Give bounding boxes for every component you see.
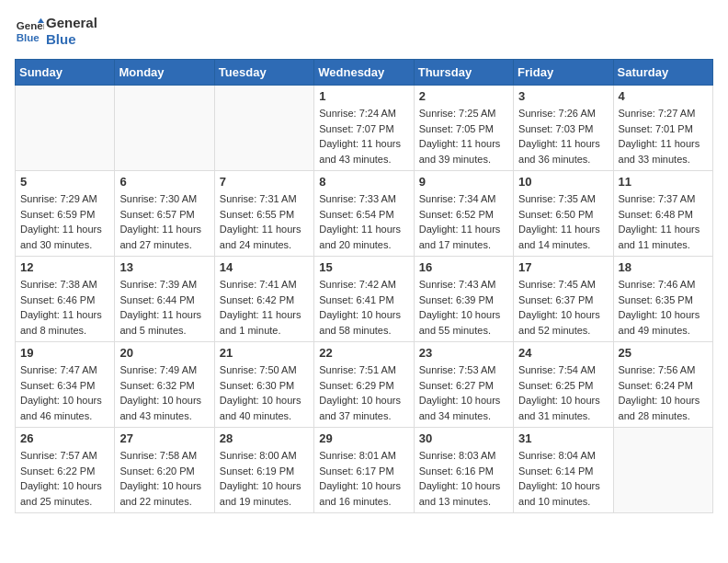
day-info: Sunrise: 7:34 AMSunset: 6:52 PMDaylight:… xyxy=(419,191,508,252)
calendar-cell: 31Sunrise: 8:04 AMSunset: 6:14 PMDayligh… xyxy=(514,428,613,513)
daylight-hours-label: Daylight: 10 hours xyxy=(319,309,401,320)
daylight-minutes-text: and 27 minutes. xyxy=(119,239,191,250)
day-number: 24 xyxy=(518,346,608,360)
day-info: Sunrise: 7:37 AMSunset: 6:48 PMDaylight:… xyxy=(619,191,708,252)
day-number: 20 xyxy=(119,346,209,360)
sunrise-text: Sunrise: 7:58 AM xyxy=(119,450,197,461)
day-number: 25 xyxy=(619,346,708,360)
day-info: Sunrise: 7:50 AMSunset: 6:30 PMDaylight:… xyxy=(220,362,309,423)
daylight-minutes-text: and 25 minutes. xyxy=(20,496,92,507)
sunset-text: Sunset: 6:20 PM xyxy=(119,465,194,477)
daylight-hours-label: Daylight: 11 hours xyxy=(419,138,501,149)
weekday-header-wednesday: Wednesday xyxy=(314,60,414,86)
sunrise-text: Sunrise: 8:00 AM xyxy=(220,450,297,461)
sunrise-text: Sunrise: 7:24 AM xyxy=(319,108,396,119)
day-number: 29 xyxy=(319,431,408,445)
day-info: Sunrise: 8:04 AMSunset: 6:14 PMDaylight:… xyxy=(518,448,608,509)
day-info: Sunrise: 7:35 AMSunset: 6:50 PMDaylight:… xyxy=(518,191,608,252)
weekday-header-monday: Monday xyxy=(115,60,214,86)
sunrise-text: Sunrise: 7:42 AM xyxy=(319,279,396,290)
calendar-cell: 26Sunrise: 7:57 AMSunset: 6:22 PMDayligh… xyxy=(16,428,115,513)
calendar-cell: 20Sunrise: 7:49 AMSunset: 6:32 PMDayligh… xyxy=(115,342,214,428)
svg-text:Blue: Blue xyxy=(17,32,40,43)
sunset-text: Sunset: 6:44 PM xyxy=(119,294,194,305)
day-info: Sunrise: 8:03 AMSunset: 6:16 PMDaylight:… xyxy=(419,448,508,509)
daylight-minutes-text: and 1 minute. xyxy=(220,325,281,336)
calendar-cell: 16Sunrise: 7:43 AMSunset: 6:39 PMDayligh… xyxy=(414,257,513,342)
calendar-cell: 22Sunrise: 7:51 AMSunset: 6:29 PMDayligh… xyxy=(314,342,414,428)
calendar-cell xyxy=(16,86,115,171)
day-number: 31 xyxy=(518,431,608,445)
daylight-minutes-text: and 17 minutes. xyxy=(419,239,491,250)
day-info: Sunrise: 7:26 AMSunset: 7:03 PMDaylight:… xyxy=(518,106,608,167)
day-info: Sunrise: 7:31 AMSunset: 6:55 PMDaylight:… xyxy=(220,191,309,252)
day-info: Sunrise: 7:57 AMSunset: 6:22 PMDaylight:… xyxy=(20,448,109,509)
day-info: Sunrise: 7:24 AMSunset: 7:07 PMDaylight:… xyxy=(319,106,408,167)
calendar-cell: 18Sunrise: 7:46 AMSunset: 6:35 PMDayligh… xyxy=(613,257,712,342)
day-info: Sunrise: 7:33 AMSunset: 6:54 PMDaylight:… xyxy=(319,191,408,252)
day-info: Sunrise: 7:42 AMSunset: 6:41 PMDaylight:… xyxy=(319,277,408,338)
daylight-minutes-text: and 58 minutes. xyxy=(319,325,391,336)
sunrise-text: Sunrise: 7:35 AM xyxy=(518,193,596,204)
day-info: Sunrise: 7:25 AMSunset: 7:05 PMDaylight:… xyxy=(419,106,508,167)
daylight-minutes-text: and 5 minutes. xyxy=(119,325,186,336)
daylight-hours-label: Daylight: 10 hours xyxy=(619,395,700,406)
day-info: Sunrise: 7:47 AMSunset: 6:34 PMDaylight:… xyxy=(20,362,109,423)
day-number: 5 xyxy=(20,175,109,189)
sunset-text: Sunset: 6:35 PM xyxy=(619,294,693,305)
day-info: Sunrise: 7:56 AMSunset: 6:24 PMDaylight:… xyxy=(619,362,708,423)
day-number: 2 xyxy=(419,89,508,103)
daylight-minutes-text: and 49 minutes. xyxy=(619,325,690,336)
sunrise-text: Sunrise: 7:47 AM xyxy=(20,364,97,375)
calendar-cell: 12Sunrise: 7:38 AMSunset: 6:46 PMDayligh… xyxy=(16,257,115,342)
sunrise-text: Sunrise: 7:33 AM xyxy=(319,193,396,204)
weekday-header-tuesday: Tuesday xyxy=(214,60,313,86)
daylight-hours-label: Daylight: 11 hours xyxy=(419,224,501,235)
daylight-minutes-text: and 52 minutes. xyxy=(518,325,590,336)
day-info: Sunrise: 7:46 AMSunset: 6:35 PMDaylight:… xyxy=(619,277,708,338)
week-row-2: 5Sunrise: 7:29 AMSunset: 6:59 PMDaylight… xyxy=(16,171,713,257)
sunset-text: Sunset: 6:52 PM xyxy=(419,209,494,220)
sunrise-text: Sunrise: 7:43 AM xyxy=(419,279,496,290)
daylight-minutes-text: and 8 minutes. xyxy=(20,325,86,336)
day-info: Sunrise: 7:41 AMSunset: 6:42 PMDaylight:… xyxy=(220,277,309,338)
page-header: General Blue General Blue xyxy=(15,15,713,48)
day-info: Sunrise: 7:49 AMSunset: 6:32 PMDaylight:… xyxy=(119,362,209,423)
day-number: 7 xyxy=(220,175,309,189)
daylight-hours-label: Daylight: 10 hours xyxy=(419,480,501,491)
daylight-minutes-text: and 55 minutes. xyxy=(419,325,491,336)
daylight-hours-label: Daylight: 10 hours xyxy=(319,480,401,491)
sunrise-text: Sunrise: 7:53 AM xyxy=(419,364,496,375)
day-number: 19 xyxy=(20,346,109,360)
sunset-text: Sunset: 6:46 PM xyxy=(20,294,95,305)
sunrise-text: Sunrise: 7:26 AM xyxy=(518,108,596,119)
day-number: 11 xyxy=(619,175,708,189)
calendar-cell: 1Sunrise: 7:24 AMSunset: 7:07 PMDaylight… xyxy=(314,86,414,171)
sunrise-text: Sunrise: 7:57 AM xyxy=(20,450,97,461)
sunset-text: Sunset: 6:34 PM xyxy=(20,380,95,391)
sunrise-text: Sunrise: 7:50 AM xyxy=(220,364,297,375)
sunset-text: Sunset: 6:54 PM xyxy=(319,209,393,220)
sunrise-text: Sunrise: 7:30 AM xyxy=(119,193,197,204)
day-number: 28 xyxy=(220,431,309,445)
logo-icon: General Blue xyxy=(15,17,44,46)
day-number: 14 xyxy=(220,260,309,274)
daylight-minutes-text: and 30 minutes. xyxy=(20,239,92,250)
daylight-minutes-text: and 28 minutes. xyxy=(619,410,690,421)
daylight-minutes-text: and 13 minutes. xyxy=(419,496,491,507)
sunset-text: Sunset: 6:19 PM xyxy=(220,465,294,477)
daylight-minutes-text: and 34 minutes. xyxy=(419,410,491,421)
calendar-cell: 9Sunrise: 7:34 AMSunset: 6:52 PMDaylight… xyxy=(414,171,513,257)
day-number: 10 xyxy=(518,175,608,189)
calendar-cell: 13Sunrise: 7:39 AMSunset: 6:44 PMDayligh… xyxy=(115,257,214,342)
calendar-cell: 15Sunrise: 7:42 AMSunset: 6:41 PMDayligh… xyxy=(314,257,414,342)
daylight-hours-label: Daylight: 11 hours xyxy=(518,138,600,149)
week-row-4: 19Sunrise: 7:47 AMSunset: 6:34 PMDayligh… xyxy=(16,342,713,428)
daylight-hours-label: Daylight: 10 hours xyxy=(20,480,102,491)
sunrise-text: Sunrise: 7:54 AM xyxy=(518,364,596,375)
day-info: Sunrise: 7:53 AMSunset: 6:27 PMDaylight:… xyxy=(419,362,508,423)
day-info: Sunrise: 8:01 AMSunset: 6:17 PMDaylight:… xyxy=(319,448,408,509)
week-row-5: 26Sunrise: 7:57 AMSunset: 6:22 PMDayligh… xyxy=(16,428,713,513)
calendar-cell: 10Sunrise: 7:35 AMSunset: 6:50 PMDayligh… xyxy=(514,171,613,257)
sunset-text: Sunset: 6:32 PM xyxy=(119,380,194,391)
